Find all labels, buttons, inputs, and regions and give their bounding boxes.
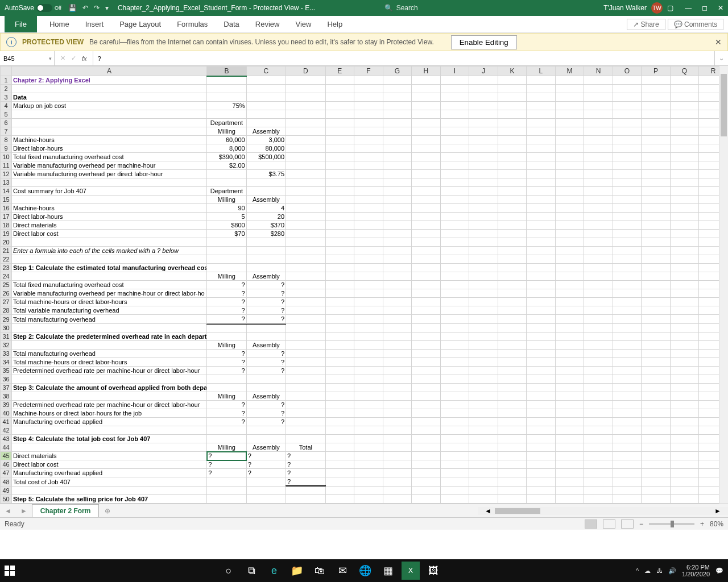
enter-formula-icon[interactable]: ✓ xyxy=(71,55,76,62)
cell-O33[interactable] xyxy=(613,350,642,358)
cell-H26[interactable] xyxy=(412,289,441,298)
row-header-46[interactable]: 46 xyxy=(1,460,12,469)
cell-B30[interactable] xyxy=(207,324,246,332)
cell-K40[interactable] xyxy=(498,409,527,418)
toggle-icon[interactable] xyxy=(36,4,52,12)
cell-B40[interactable]: ? xyxy=(207,409,246,418)
cell-L11[interactable] xyxy=(527,161,556,170)
cell-N29[interactable] xyxy=(584,315,613,324)
cell-C29[interactable]: ? xyxy=(246,315,286,324)
cell-N11[interactable] xyxy=(584,161,613,170)
cell-M31[interactable] xyxy=(555,332,584,341)
cell-P22[interactable] xyxy=(642,255,671,264)
zoom-out-icon[interactable]: − xyxy=(639,520,643,528)
cell-P9[interactable] xyxy=(642,144,671,153)
select-all-corner[interactable] xyxy=(1,66,12,76)
cell-F16[interactable] xyxy=(354,204,383,213)
cell-E30[interactable] xyxy=(325,324,354,332)
expand-formula-bar-icon[interactable]: ⌄ xyxy=(714,51,728,65)
cell-J26[interactable] xyxy=(469,289,498,298)
cell-L27[interactable] xyxy=(527,298,556,306)
cell-N48[interactable] xyxy=(584,477,613,487)
cell-N16[interactable] xyxy=(584,204,613,213)
cell-E3[interactable] xyxy=(325,93,354,102)
cell-L16[interactable] xyxy=(527,204,556,213)
cell-C49[interactable] xyxy=(246,487,286,495)
cell-D11[interactable] xyxy=(286,161,325,170)
row-header-29[interactable]: 29 xyxy=(1,315,12,324)
cell-N2[interactable] xyxy=(584,85,613,93)
cell-P48[interactable] xyxy=(642,477,671,487)
cell-F24[interactable] xyxy=(354,272,383,281)
cell-P26[interactable] xyxy=(642,289,671,298)
cell-O49[interactable] xyxy=(613,487,642,495)
cell-K50[interactable] xyxy=(498,495,527,504)
cell-Q4[interactable] xyxy=(670,102,699,110)
cell-H50[interactable] xyxy=(412,495,441,504)
cell-A40[interactable]: Machine-hours or direct labor-hours for … xyxy=(12,409,207,418)
cell-I6[interactable] xyxy=(440,119,469,127)
row-header-15[interactable]: 15 xyxy=(1,196,12,204)
cell-N30[interactable] xyxy=(584,324,613,332)
cell-G34[interactable] xyxy=(383,358,412,367)
row-header-17[interactable]: 17 xyxy=(1,213,12,221)
cell-Q37[interactable] xyxy=(670,384,699,392)
share-button[interactable]: ↗ Share xyxy=(627,19,665,30)
cell-E18[interactable] xyxy=(325,221,354,230)
cell-L29[interactable] xyxy=(527,315,556,324)
cell-F32[interactable] xyxy=(354,341,383,350)
cell-Q40[interactable] xyxy=(670,409,699,418)
cell-K13[interactable] xyxy=(498,178,527,187)
cell-A9[interactable]: Direct labor-hours xyxy=(12,144,207,153)
cell-A23[interactable]: Step 1: Calculate the estimated total ma… xyxy=(12,264,207,272)
cell-H51[interactable] xyxy=(412,504,441,504)
cell-H9[interactable] xyxy=(412,144,441,153)
cortana-icon[interactable]: ○ xyxy=(220,562,238,580)
cell-L5[interactable] xyxy=(527,110,556,119)
cell-K24[interactable] xyxy=(498,272,527,281)
start-button[interactable] xyxy=(5,566,15,576)
cell-P40[interactable] xyxy=(642,409,671,418)
cell-B17[interactable]: 5 xyxy=(207,213,246,221)
cell-J14[interactable] xyxy=(469,187,498,196)
row-header-43[interactable]: 43 xyxy=(1,435,12,443)
cell-D13[interactable] xyxy=(286,178,325,187)
comments-button[interactable]: 💬 Comments xyxy=(668,19,723,30)
cell-N41[interactable] xyxy=(584,418,613,426)
cell-M2[interactable] xyxy=(555,85,584,93)
edge-icon[interactable]: e xyxy=(265,562,283,580)
cell-F7[interactable] xyxy=(354,127,383,136)
cell-D37[interactable] xyxy=(286,384,325,392)
cell-E13[interactable] xyxy=(325,178,354,187)
cell-H30[interactable] xyxy=(412,324,441,332)
ribbon-tab-data[interactable]: Data xyxy=(216,16,247,32)
cell-C42[interactable] xyxy=(246,426,286,435)
cell-L33[interactable] xyxy=(527,350,556,358)
close-bar-icon[interactable]: ✕ xyxy=(715,38,722,47)
cell-N40[interactable] xyxy=(584,409,613,418)
cell-O20[interactable] xyxy=(613,238,642,247)
cell-I7[interactable] xyxy=(440,127,469,136)
cell-I29[interactable] xyxy=(440,315,469,324)
cell-A27[interactable]: Total machine-hours or direct labor-hour… xyxy=(12,298,207,306)
cell-L7[interactable] xyxy=(527,127,556,136)
cell-I12[interactable] xyxy=(440,170,469,178)
row-header-27[interactable]: 27 xyxy=(1,298,12,306)
cell-M35[interactable] xyxy=(555,367,584,375)
cell-F15[interactable] xyxy=(354,196,383,204)
cell-K8[interactable] xyxy=(498,136,527,144)
cell-D39[interactable] xyxy=(286,401,325,409)
cell-F43[interactable] xyxy=(354,435,383,443)
col-header-I[interactable]: I xyxy=(440,66,469,76)
cell-C51[interactable] xyxy=(246,504,286,504)
cell-H20[interactable] xyxy=(412,238,441,247)
cell-P6[interactable] xyxy=(642,119,671,127)
cell-C25[interactable]: ? xyxy=(246,281,286,289)
cell-Q35[interactable] xyxy=(670,367,699,375)
cell-I45[interactable] xyxy=(440,452,469,460)
cell-M3[interactable] xyxy=(555,93,584,102)
row-header-24[interactable]: 24 xyxy=(1,272,12,281)
cell-E7[interactable] xyxy=(325,127,354,136)
cell-C9[interactable]: 80,000 xyxy=(246,144,286,153)
cell-L43[interactable] xyxy=(527,435,556,443)
